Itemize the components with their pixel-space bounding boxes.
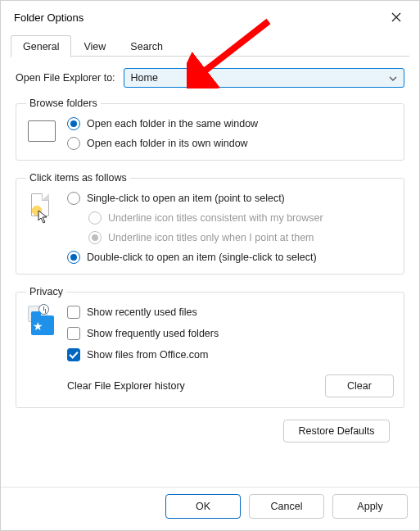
radio-underline-point-label: Underline icon titles only when I point … — [108, 232, 314, 243]
click-items-group: Click items as follows Single-click to o… — [16, 172, 404, 275]
radio-single-click-label: Single-click to open an item (point to s… — [87, 193, 285, 204]
restore-row: Restore Defaults — [16, 420, 404, 451]
browse-folders-group: Browse folders Open each folder in the s… — [16, 98, 404, 161]
click-items-legend: Click items as follows — [26, 172, 130, 184]
radio-single-click[interactable]: Single-click to open an item (point to s… — [67, 192, 323, 205]
chevron-down-icon — [389, 72, 397, 84]
tab-view[interactable]: View — [71, 35, 118, 57]
close-button[interactable] — [382, 4, 411, 30]
titlebar: Folder Options — [1, 1, 419, 34]
check-office-files[interactable]: Show files from Office.com — [67, 348, 394, 361]
open-explorer-select[interactable]: Home — [124, 68, 404, 88]
privacy-group: Privacy ★ Show recently used files Show — [16, 286, 404, 408]
radio-icon — [67, 251, 80, 264]
check-frequent-folders-label: Show frequently used folders — [87, 328, 219, 339]
radio-icon — [67, 192, 80, 205]
check-recent-files-label: Show recently used files — [87, 306, 197, 318]
clear-history-label: Clear File Explorer history — [67, 380, 185, 392]
window-icon — [28, 120, 56, 142]
privacy-history-icon: ★ — [28, 306, 56, 338]
tab-general[interactable]: General — [11, 35, 71, 57]
radio-underline-browser: Underline icon titles consistent with my… — [88, 211, 323, 225]
cancel-button[interactable]: Cancel — [249, 494, 324, 519]
radio-double-click-label: Double-click to open an item (single-cli… — [87, 252, 317, 263]
radio-icon — [88, 211, 102, 225]
window-title: Folder Options — [14, 11, 382, 24]
open-explorer-label: Open File Explorer to: — [16, 72, 115, 84]
radio-own-window-label: Open each folder in its own window — [87, 138, 248, 149]
radio-underline-point: Underline icon titles only when I point … — [88, 231, 323, 244]
check-office-files-label: Show files from Office.com — [87, 349, 208, 361]
check-frequent-folders[interactable]: Show frequently used folders — [67, 327, 394, 340]
radio-icon — [67, 137, 80, 150]
document-cursor-icon — [29, 193, 54, 225]
checkbox-icon — [67, 327, 80, 340]
radio-icon — [67, 117, 80, 130]
radio-own-window[interactable]: Open each folder in its own window — [67, 137, 258, 150]
tab-panel-general: Open File Explorer to: Home Browse folde… — [1, 57, 419, 487]
folder-options-dialog: Folder Options General View Search Open … — [0, 0, 420, 531]
radio-double-click[interactable]: Double-click to open an item (single-cli… — [67, 251, 323, 264]
clear-history-row: Clear File Explorer history Clear — [67, 374, 394, 397]
dialog-button-row: OK Cancel Apply — [1, 487, 419, 530]
close-icon — [391, 12, 401, 22]
open-explorer-value: Home — [131, 72, 158, 84]
tab-search[interactable]: Search — [118, 35, 175, 57]
privacy-legend: Privacy — [26, 286, 66, 297]
radio-same-window[interactable]: Open each folder in the same window — [67, 117, 258, 130]
radio-underline-browser-label: Underline icon titles consistent with my… — [108, 212, 323, 224]
open-explorer-row: Open File Explorer to: Home — [16, 68, 404, 88]
apply-button[interactable]: Apply — [332, 494, 408, 519]
check-recent-files[interactable]: Show recently used files — [67, 306, 394, 319]
browse-folders-legend: Browse folders — [26, 98, 101, 109]
clear-button[interactable]: Clear — [325, 374, 394, 397]
radio-same-window-label: Open each folder in the same window — [87, 118, 258, 129]
checkbox-icon — [67, 348, 80, 361]
radio-icon — [88, 231, 102, 244]
checkbox-icon — [67, 306, 80, 319]
restore-defaults-button[interactable]: Restore Defaults — [283, 420, 390, 442]
tab-strip: General View Search — [1, 34, 419, 57]
ok-button[interactable]: OK — [165, 494, 241, 519]
